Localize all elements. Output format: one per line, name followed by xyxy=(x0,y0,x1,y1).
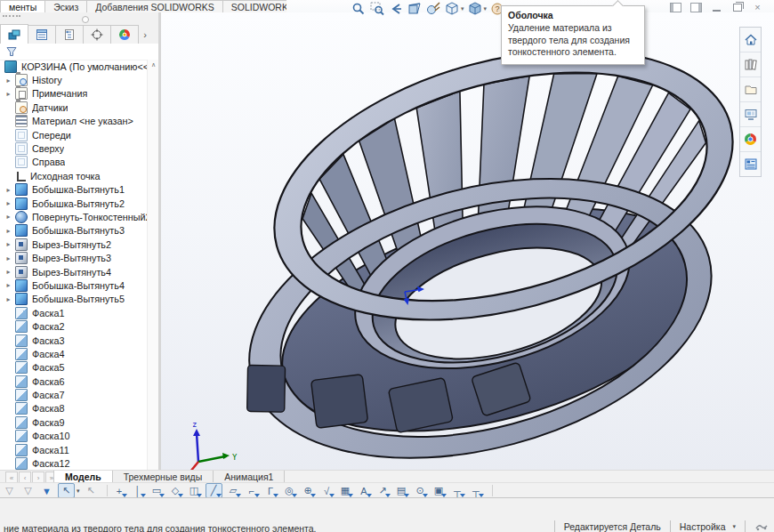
tree-item[interactable]: ▸Спереди xyxy=(0,128,147,141)
tree-item[interactable]: ▸Фаска9 xyxy=(0,415,147,429)
tab-animation1[interactable]: Анимация1 xyxy=(213,471,285,483)
appearances-tab[interactable] xyxy=(740,127,761,152)
dropdown-caret-icon[interactable]: ▾ xyxy=(484,5,488,12)
tab-3d-views[interactable]: Трехмерные виды xyxy=(112,471,214,483)
tree-item[interactable]: ▸Бобышка-Вытянуть5 xyxy=(0,293,147,306)
previous-view-icon[interactable] xyxy=(388,1,404,16)
sketch-polygon-icon[interactable]: ◇ xyxy=(168,484,183,497)
sketch-rectangle-icon[interactable]: ▭ xyxy=(149,484,165,497)
close-icon[interactable]: × xyxy=(752,3,763,12)
tree-item[interactable]: ▸Вырез-Вытянуть3 xyxy=(0,251,147,264)
minimize-icon[interactable] xyxy=(711,3,722,12)
dock-right-icon[interactable] xyxy=(690,3,702,12)
tree-item[interactable]: ▸Фаска1 xyxy=(0,306,147,319)
tree-item[interactable]: ▸Повернуть-Тонкостенный2 xyxy=(0,210,147,223)
sketch-plane-icon[interactable]: ▱ xyxy=(226,484,241,497)
sketch-line-icon[interactable]: │ xyxy=(131,484,146,497)
surface-finish-icon[interactable]: ↗ xyxy=(375,484,391,497)
file-explorer-tab[interactable] xyxy=(740,77,761,102)
balloon-icon[interactable]: ⊙ xyxy=(413,484,428,497)
tree-item[interactable]: ▸History xyxy=(0,73,147,86)
display-style-icon[interactable] xyxy=(467,1,483,16)
tree-item[interactable]: ▸Справа xyxy=(0,156,147,169)
tree-item[interactable]: ▸Сверху xyxy=(0,141,147,155)
tab-features[interactable]: менты xyxy=(0,0,45,12)
expand-arrow-icon[interactable]: ▸ xyxy=(4,254,13,262)
sketch-arc-icon[interactable]: ⌐ xyxy=(245,484,260,497)
sketch-corner-icon[interactable]: Γ xyxy=(263,484,278,497)
tree-item[interactable]: ▸Фаска2 xyxy=(0,319,147,333)
featuremanager-tab[interactable] xyxy=(0,24,28,44)
view-orientation-icon[interactable] xyxy=(444,1,460,16)
restore-icon[interactable] xyxy=(731,3,743,12)
tree-item[interactable]: ▸Исходная точка xyxy=(0,169,147,182)
tree-vertical-scrollbar[interactable]: ∧ ∨ xyxy=(147,60,159,484)
selection-filters-icon[interactable]: ▼ xyxy=(39,484,54,497)
tree-item[interactable]: ▸Фаска7 xyxy=(0,388,147,401)
note-icon[interactable]: A xyxy=(357,484,372,497)
home-tab[interactable] xyxy=(740,28,761,52)
tree-item[interactable]: ▸Примечания xyxy=(0,87,147,101)
datum-target-icon[interactable]: ┬ xyxy=(469,484,484,497)
tab-model[interactable]: Модель xyxy=(53,471,113,483)
tree-item[interactable]: ▸Фаска5 xyxy=(0,361,147,375)
pin-icon[interactable] xyxy=(82,16,89,23)
expand-arrow-icon[interactable]: ▸ xyxy=(4,295,13,303)
tree-item[interactable]: ▸Фаска4 xyxy=(0,347,147,360)
select-lasso-icon[interactable]: ▽ xyxy=(20,484,36,497)
custom-properties-tab[interactable] xyxy=(740,152,761,176)
tab-sketch[interactable]: Эскиз xyxy=(44,0,87,12)
sketch-point-icon[interactable]: + xyxy=(112,484,127,497)
config-caret-icon[interactable]: ▾ xyxy=(732,523,736,530)
linear-pattern-icon[interactable]: ▦ xyxy=(338,484,353,497)
appearance-tools-icon[interactable] xyxy=(425,1,441,16)
magnified-selection-icon[interactable]: ↖ xyxy=(84,484,99,497)
tree-item[interactable]: ▸Фаска8 xyxy=(0,402,147,415)
tags-icon[interactable] xyxy=(754,521,769,532)
tree-item[interactable]: ▸Фаска3 xyxy=(0,334,147,347)
sketch-spline-icon[interactable]: ╱ xyxy=(206,483,222,498)
expand-arrow-icon[interactable]: ▸ xyxy=(4,199,13,207)
section-view-icon[interactable] xyxy=(407,1,423,16)
weld-symbol-icon[interactable]: ▤ xyxy=(394,484,409,497)
dimxpertmanager-tab[interactable] xyxy=(83,25,111,44)
expand-arrow-icon[interactable]: ▸ xyxy=(4,281,13,289)
zoom-fit-icon[interactable] xyxy=(351,1,367,16)
tree-item[interactable]: ▸Бобышка-Вытянуть3 xyxy=(0,224,147,238)
filter-funnel-icon[interactable] xyxy=(5,45,18,58)
tree-item[interactable]: ▸Фаска12 xyxy=(0,456,147,470)
table-icon[interactable]: ▣ xyxy=(431,484,447,497)
expand-arrow-icon[interactable]: ▸ xyxy=(4,213,13,221)
tree-item[interactable]: ▸Материал <не указан> xyxy=(0,115,147,128)
propertymanager-tab[interactable] xyxy=(28,25,56,44)
tab-solidworks-addins[interactable]: Добавления SOLIDWORKS xyxy=(86,0,222,12)
tree-item[interactable]: ▸Бобышка-Вытянуть1 xyxy=(0,183,147,197)
tree-root-item[interactable]: КОРЗИНА (По умолчанию<<По умо xyxy=(0,60,147,73)
panel-tabs-more[interactable]: › xyxy=(138,26,152,44)
expand-arrow-icon[interactable]: ▸ xyxy=(4,268,13,276)
select-volume-icon[interactable]: ▽ xyxy=(2,484,17,497)
configuration-selector[interactable]: Настройка xyxy=(680,521,726,532)
tree-item[interactable]: ▸Фаска6 xyxy=(0,375,147,388)
smart-dimension-icon[interactable]: √ xyxy=(319,484,335,497)
sketch-mirror-icon[interactable]: ⊕ xyxy=(301,484,316,497)
dropdown-caret-icon[interactable]: ▾ xyxy=(461,5,464,12)
pointer-caret-icon[interactable]: ▾ xyxy=(77,488,80,495)
expand-arrow-icon[interactable]: ▸ xyxy=(4,186,13,194)
tree-item[interactable]: ▸Вырез-Вытянуть2 xyxy=(0,238,147,251)
drag-handle-icon[interactable] xyxy=(3,15,20,17)
expand-arrow-icon[interactable]: ▸ xyxy=(4,227,13,235)
view-palette-tab[interactable] xyxy=(740,102,761,127)
expand-arrow-icon[interactable]: ▸ xyxy=(4,240,13,248)
tree-item[interactable]: ▸Фаска10 xyxy=(0,430,147,443)
configurationmanager-tab[interactable] xyxy=(55,25,84,44)
tree-item[interactable]: ▸Бобышка-Вытянуть4 xyxy=(0,278,147,292)
tree-item[interactable]: ▸Вырез-Вытянуть4 xyxy=(0,265,147,278)
expand-arrow-icon[interactable]: ▸ xyxy=(4,90,13,98)
expand-arrow-icon[interactable]: ▸ xyxy=(4,77,13,85)
zoom-area-icon[interactable] xyxy=(369,1,385,16)
select-pointer-icon[interactable]: ↖ xyxy=(58,483,75,498)
dock-left-icon[interactable] xyxy=(670,3,681,12)
sketch-box-icon[interactable]: ◫ xyxy=(187,484,202,497)
tree-item[interactable]: ▸Бобышка-Вытянуть2 xyxy=(0,197,147,210)
